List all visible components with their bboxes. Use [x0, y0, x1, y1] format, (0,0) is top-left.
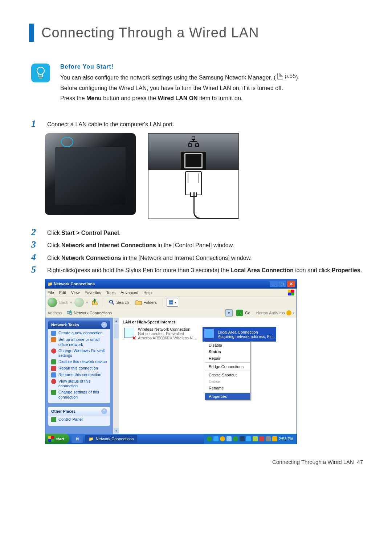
scroll-up-button[interactable]: ▴ [114, 318, 119, 323]
forward-button[interactable] [74, 298, 84, 307]
task-view-status[interactable]: View status of this connection [51, 379, 107, 388]
ctx-properties[interactable]: Properties [205, 393, 250, 400]
tray-icon[interactable] [253, 436, 258, 441]
search-button[interactable]: Search [107, 299, 131, 305]
scroll-down-button[interactable]: ▾ [114, 428, 119, 433]
wireless-icon: ✕ [123, 327, 136, 340]
page-title-section: Connecting Through a Wired LAN [29, 24, 363, 42]
tray-icon[interactable] [213, 436, 219, 441]
ctx-rename[interactable]: Rename [205, 385, 250, 391]
menu-help[interactable]: Help [143, 290, 152, 295]
menu-view[interactable]: View [71, 290, 80, 295]
windows-flag-icon [288, 290, 294, 295]
local-area-connection-item[interactable]: Local Area Connection Acquiring network … [203, 327, 276, 342]
sidebar-scrollbar[interactable]: ▴ ▾ [113, 318, 119, 434]
network-tasks-panel: Network Tasks ⌃ Create a new connection … [48, 321, 110, 403]
tray-icon[interactable] [207, 436, 212, 441]
back-button[interactable] [48, 298, 57, 307]
start-button[interactable]: start [45, 434, 69, 444]
tray-icon[interactable] [266, 436, 271, 441]
task-change-settings[interactable]: Change settings of this connection [51, 390, 107, 399]
port-highlight-circle [61, 137, 73, 147]
ctx-disable[interactable]: Disable [205, 342, 250, 348]
svg-rect-16 [70, 313, 72, 314]
tray-icon[interactable] [240, 436, 245, 441]
step-4: 4 Click Network Connections in the [Netw… [31, 253, 363, 262]
page-footer: Connecting Through a Wired LAN 47 [29, 459, 363, 465]
menu-file[interactable]: File [48, 290, 54, 295]
menu-advanced[interactable]: Advanced [121, 290, 138, 295]
ctx-bridge[interactable]: Bridge Connections [205, 363, 250, 370]
folders-button[interactable]: Folders [133, 299, 159, 305]
norton-toolbar[interactable]: Norton AntiVirus ▾ [256, 310, 294, 315]
system-tray[interactable]: 2:53 PM [204, 434, 297, 444]
svg-rect-15 [67, 311, 69, 313]
svg-point-9 [110, 300, 113, 303]
tip-line-2: Before configuring the Wired LAN, you ha… [60, 84, 298, 92]
step-number: 2 [31, 228, 47, 237]
page-reference: p.55 [277, 72, 296, 80]
step-1: 1 Connect a LAN cable to the computer's … [31, 119, 363, 128]
taskbar-network-connections[interactable]: 📁 Network Connections [85, 435, 138, 443]
folder-icon: 📁 [48, 282, 53, 286]
task-setup-network[interactable]: Set up a home or small office network [51, 337, 107, 347]
close-button[interactable]: ✕ [287, 281, 295, 287]
tray-icon[interactable] [220, 436, 225, 441]
up-button[interactable] [90, 298, 99, 307]
tray-icon[interactable] [233, 436, 238, 441]
task-create-connection[interactable]: Create a new connection [51, 331, 107, 336]
tray-icon[interactable] [226, 436, 232, 441]
menu-favorites[interactable]: Favorites [85, 290, 101, 295]
tray-icon[interactable] [246, 436, 251, 441]
cable-line [193, 192, 238, 219]
go-button[interactable]: → [236, 310, 243, 316]
other-control-panel[interactable]: Control Panel [51, 417, 107, 422]
tasks-sidebar: Network Tasks ⌃ Create a new connection … [45, 318, 113, 434]
go-label: Go [245, 311, 250, 315]
windows-logo-icon [48, 436, 54, 442]
scroll-thumb[interactable] [114, 324, 119, 338]
task-rename[interactable]: Rename this connection [51, 372, 107, 378]
maximize-button[interactable]: □ [278, 281, 286, 287]
other-places-panel: Other Places ⌃ Control Panel [48, 407, 110, 426]
folder-icon: 📁 [89, 437, 94, 441]
tray-icon[interactable] [272, 436, 277, 441]
views-button[interactable]: ▾ [167, 298, 178, 307]
task-repair[interactable]: Repair this connection [51, 366, 107, 371]
address-dropdown-button[interactable]: ▾ [225, 309, 233, 317]
svg-point-0 [37, 67, 44, 74]
svg-point-18 [69, 310, 72, 313]
lightbulb-icon [31, 64, 50, 82]
lan-port-callout [148, 133, 239, 219]
svg-rect-11 [169, 301, 171, 302]
clock[interactable]: 2:53 PM [279, 437, 294, 441]
toolbar: Back ▾ ▾ Search Folders ▾ [45, 297, 297, 308]
section-header: LAN or High-Speed Internet [123, 320, 293, 324]
step-number: 5 [31, 265, 47, 274]
address-field[interactable]: Network Connections [66, 310, 223, 316]
task-disable-device[interactable]: Disable this network device [51, 359, 107, 364]
tip-line-3: Press the Menu button and press the Wire… [60, 94, 298, 102]
rj45-plug-icon [185, 171, 202, 195]
connections-pane[interactable]: LAN or High-Speed Internet ✕ Wireless Ne… [119, 318, 297, 434]
step-text: Click Network Connections in the [Networ… [47, 253, 252, 262]
ctx-status[interactable]: Status [205, 348, 250, 355]
wireless-connection-item[interactable]: ✕ Wireless Network Connection Not connec… [123, 327, 208, 340]
step-number: 4 [31, 253, 47, 262]
menu-tools[interactable]: Tools [106, 290, 116, 295]
norton-icon [286, 310, 291, 315]
ctx-shortcut[interactable]: Create Shortcut [205, 372, 250, 378]
tip-line-1: You can also configure the network setti… [60, 72, 298, 82]
tip-heading: Before You Start! [60, 64, 298, 70]
panel-title: Other Places [51, 409, 75, 413]
collapse-icon[interactable]: ⌃ [101, 408, 107, 414]
window-titlebar[interactable]: 📁 Network Connections _ □ ✕ [45, 279, 297, 289]
collapse-icon[interactable]: ⌃ [101, 322, 107, 328]
menu-edit[interactable]: Edit [59, 290, 66, 295]
tray-icon[interactable] [259, 436, 264, 441]
task-firewall[interactable]: Change Windows Firewall settings [51, 348, 107, 358]
minimize-button[interactable]: _ [270, 281, 278, 287]
quick-launch-show-desktop[interactable]: 🖥 [72, 435, 83, 443]
ctx-repair[interactable]: Repair [205, 355, 250, 362]
device-illustration [45, 133, 136, 215]
